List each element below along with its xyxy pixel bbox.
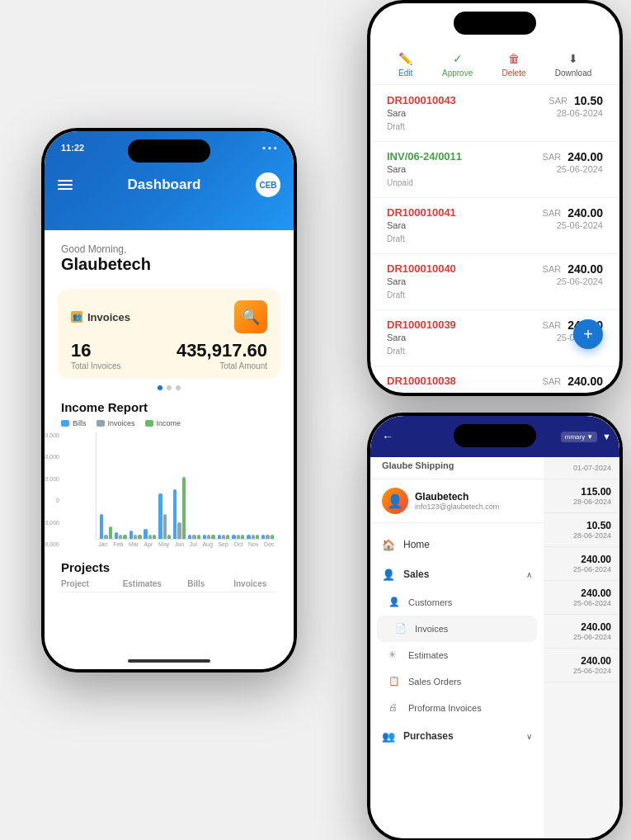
back-icon[interactable]: ← xyxy=(382,430,393,443)
invoice-number-2: INV/06-24/0011 xyxy=(387,150,462,163)
delete-button[interactable]: 🗑 Delete xyxy=(502,51,526,78)
nav-menu: 🏠 Home 👤 Sales ∧ 👤 Customers 📄 Invo xyxy=(370,523,544,757)
col-bills: Bills xyxy=(169,579,224,588)
dot-1[interactable] xyxy=(158,385,162,390)
invoice-item-6[interactable]: DR100010038 SAR 240.00 xyxy=(370,366,619,393)
greeting-text: Good Morning, xyxy=(61,243,277,255)
bar-group-feb xyxy=(115,532,127,539)
nav-home-label: Home xyxy=(403,539,532,550)
menu-icon[interactable] xyxy=(58,180,73,190)
phone1-signal: ▪ ▪ ▪ xyxy=(262,143,277,153)
invoice-item-5[interactable]: DR100010039 SAR 240.00 Sara 25-06-2024 D… xyxy=(370,310,619,366)
edit-button[interactable]: ✏️ Edit xyxy=(398,51,413,78)
company-subtitle: Glaube Shipping xyxy=(382,460,532,470)
amount-1: 10.50 xyxy=(574,94,603,107)
invoice-card-image: 🔍 xyxy=(234,300,267,333)
nav-item-sales-orders[interactable]: 📋 Sales Orders xyxy=(370,668,544,695)
invoice-card[interactable]: 👥 Invoices 🔍 16 Total Invoices 435,917.6… xyxy=(58,289,280,379)
status-2: Unpaid xyxy=(387,178,413,187)
bar-group-jun xyxy=(173,477,186,539)
currency-2: SAR xyxy=(543,152,562,162)
date-2: 25-06-2024 xyxy=(557,164,603,174)
sales-orders-icon: 📋 xyxy=(388,676,400,687)
user-email: info123@glaubetech.com xyxy=(415,503,532,511)
right-item-2: 115.00 28-06-2024 xyxy=(537,479,619,513)
currency-1: SAR xyxy=(549,96,567,106)
delete-icon: 🗑 xyxy=(506,51,521,66)
date-3: 25-06-2024 xyxy=(557,220,603,230)
nav-item-invoices[interactable]: 📄 Invoices xyxy=(377,616,537,642)
nav-item-home[interactable]: 🏠 Home xyxy=(370,530,544,559)
dot-3[interactable] xyxy=(176,385,181,390)
right-item-7: 240.00 25-06-2024 xyxy=(537,649,619,682)
nav-item-proforma[interactable]: 🖨 Proforma Invoices xyxy=(370,695,544,721)
summary-button[interactable]: mmary ▼ xyxy=(561,432,597,442)
filter-icon[interactable]: ▼ xyxy=(602,432,611,441)
total-amount-label: Total Amount xyxy=(177,361,267,370)
nav-sales-orders-label: Sales Orders xyxy=(408,677,461,687)
navigation-drawer: ← ↗ Bridge BILLS B Glaube Shipping 👤 xyxy=(370,416,544,838)
invoice-number-4: DR100010040 xyxy=(387,262,456,275)
currency-4: SAR xyxy=(543,264,562,274)
bar-group-jan xyxy=(100,514,112,539)
right-col-header: mmary ▼ ▼ xyxy=(537,416,619,457)
approve-icon: ✓ xyxy=(450,51,465,66)
bar-group-dec xyxy=(261,535,274,539)
right-item-1: 01-07-2024 xyxy=(537,457,619,479)
nav-section-purchases[interactable]: 👥 Purchases ∨ xyxy=(370,721,544,751)
legend-invoices-color xyxy=(97,420,105,427)
invoice-number-6: DR100010038 xyxy=(387,375,456,387)
home-icon: 🏠 xyxy=(382,538,395,551)
invoice-item-2[interactable]: INV/06-24/0011 SAR 240.00 Sara 25-06-202… xyxy=(370,142,619,198)
invoices-icon: 📄 xyxy=(395,623,407,635)
right-item-5: 240.00 25-06-2024 xyxy=(537,581,619,615)
amount-3: 240.00 xyxy=(567,206,603,219)
bar-group-oct xyxy=(232,535,244,539)
nav-sales-label: Sales xyxy=(403,569,518,580)
sales-icon: 👤 xyxy=(382,568,395,581)
phone1-title: Dashboard xyxy=(128,177,201,193)
nav-invoices-label: Invoices xyxy=(415,624,448,634)
chart-bars xyxy=(100,432,274,539)
invoice-item-3[interactable]: DR100010041 SAR 240.00 Sara 25-06-2024 D… xyxy=(370,198,619,254)
user-details: Glaubetech info123@glaubetech.com xyxy=(415,491,532,511)
proforma-icon: 🖨 xyxy=(388,702,400,714)
drawer-nav-icons: ← xyxy=(382,430,393,443)
currency-3: SAR xyxy=(543,208,562,218)
status-1: Draft xyxy=(387,122,405,131)
nav-section-sales[interactable]: 👤 Sales ∧ xyxy=(370,559,544,589)
toolbar: ✏️ Edit ✓ Approve 🗑 Delete ⬇ Download xyxy=(370,45,619,85)
approve-button[interactable]: ✓ Approve xyxy=(442,51,473,78)
nav-customers-label: Customers xyxy=(408,597,452,607)
nav-item-estimates[interactable]: ✳ Estimates xyxy=(370,642,544,668)
right-item-3: 10.50 28-06-2024 xyxy=(537,513,619,547)
chart-x-labels: JanFebMarAprMayJunJulAugSepOctNovDec xyxy=(96,541,277,547)
nav-item-customers[interactable]: 👤 Customers xyxy=(370,589,544,616)
phone3-notch xyxy=(454,424,536,447)
dot-2[interactable] xyxy=(167,385,172,390)
nav-estimates-label: Estimates xyxy=(408,650,448,660)
download-icon: ⬇ xyxy=(566,51,581,66)
phone1-status-bar: 11:22 ▪ ▪ ▪ xyxy=(61,143,277,153)
invoice-item-1[interactable]: DR100010043 SAR 10.50 Sara 28-06-2024 Dr… xyxy=(370,86,619,142)
fab-add-button[interactable]: + xyxy=(573,319,603,349)
legend-income-color xyxy=(145,420,153,427)
currency-5: SAR xyxy=(543,320,562,330)
legend-income: Income xyxy=(145,419,181,427)
user-avatar-icon: 👤 xyxy=(382,488,408,514)
name-3: Sara xyxy=(387,220,406,230)
user-avatar[interactable]: CEB xyxy=(256,172,280,197)
name-1: Sara xyxy=(387,108,406,118)
invoice-item-4[interactable]: DR100010040 SAR 240.00 Sara 25-06-2024 D… xyxy=(370,254,619,310)
projects-table-header: Project Estimates Bills Invoices xyxy=(61,579,277,592)
right-item-4: 240.00 25-06-2024 xyxy=(537,547,619,581)
download-button[interactable]: ⬇ Download xyxy=(555,51,591,78)
projects-title: Projects xyxy=(61,560,277,574)
customers-icon: 👤 xyxy=(388,597,400,608)
bar-group-mar xyxy=(129,531,142,539)
user-name: Glaubetech xyxy=(415,491,532,503)
chart-area xyxy=(96,432,277,540)
income-section: Income Report Bills Invoices Income xyxy=(45,394,294,554)
carousel-dots xyxy=(45,385,294,390)
chart-container: 300,000200,000100,0000-100,000-200,000 xyxy=(61,432,277,547)
